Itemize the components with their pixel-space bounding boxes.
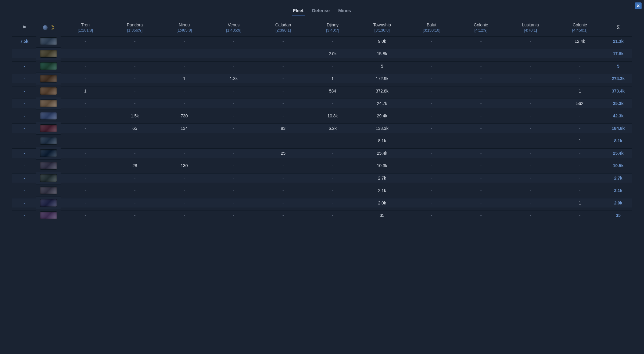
fleet-count: - <box>456 161 506 170</box>
fleet-count: 28 <box>110 161 159 170</box>
ship-thumbnail[interactable] <box>40 37 57 45</box>
fleet-count: - <box>407 198 456 207</box>
fleet-count: 730 <box>159 111 209 120</box>
planet-coord-link[interactable]: [4:12:9] <box>457 28 504 32</box>
planet-coord-link[interactable]: [4:450:1] <box>556 28 603 32</box>
planet-coord-link[interactable]: [1:356:9] <box>111 28 158 32</box>
fleet-count: - <box>456 186 506 195</box>
fleet-count: 15.8k <box>357 49 407 58</box>
ship-thumbnail-cell <box>36 209 61 221</box>
tab-fleet[interactable]: Fleet <box>292 6 305 15</box>
ship-thumbnail[interactable] <box>40 199 57 207</box>
tab-mines[interactable]: Mines <box>337 6 352 15</box>
fleet-count: - <box>407 186 456 195</box>
tab-defense[interactable]: Defense <box>311 6 331 15</box>
planet-name: Colonie <box>556 22 603 27</box>
fleet-count: - <box>259 173 308 183</box>
ship-thumbnail[interactable] <box>40 162 57 170</box>
fleet-count: - <box>110 99 159 108</box>
fleet-count: 134 <box>159 123 209 133</box>
planet-header: Tron[1:281:8] <box>61 20 110 35</box>
fleet-count: - <box>506 111 555 120</box>
fleet-sum: 42.3k <box>605 111 632 120</box>
fleet-count: - <box>259 36 308 46</box>
fleet-count: - <box>506 186 555 195</box>
ship-thumbnail[interactable] <box>40 149 57 157</box>
planet-coord-link[interactable]: [3:130:10] <box>408 28 455 32</box>
fleet-count: - <box>61 198 110 207</box>
fleet-count: - <box>308 186 357 195</box>
ship-thumbnail-cell <box>36 110 61 122</box>
fleet-count: - <box>308 99 357 108</box>
fleet-count: - <box>308 36 357 46</box>
fleet-moving-count: - <box>12 123 36 133</box>
fleet-count: - <box>110 61 159 71</box>
fleet-count: - <box>456 99 506 108</box>
fleet-count: - <box>209 198 259 207</box>
fleet-count: - <box>555 49 605 58</box>
close-button[interactable]: ✕ <box>635 2 642 9</box>
fleet-moving-count: - <box>12 86 36 96</box>
fleet-sum: 2.7k <box>605 173 632 183</box>
fleet-count: - <box>209 36 259 46</box>
ship-thumbnail-cell <box>36 97 61 110</box>
fleet-count: 25.4k <box>357 148 407 158</box>
ship-thumbnail[interactable] <box>40 75 57 83</box>
fleet-count: - <box>407 36 456 46</box>
ship-thumbnail-cell <box>36 72 61 85</box>
planet-coord-link[interactable]: [2:390:1] <box>260 28 307 32</box>
fleet-count: - <box>61 123 110 133</box>
planet-coord-link[interactable]: [1:485:8] <box>161 28 208 32</box>
ship-thumbnail[interactable] <box>40 137 57 145</box>
fleet-count: - <box>259 186 308 195</box>
ship-thumbnail[interactable] <box>40 99 57 107</box>
planet-header: Djinny[3:40:7] <box>308 20 357 35</box>
fleet-count: 372.8k <box>357 86 407 96</box>
ship-thumbnail[interactable] <box>40 62 57 70</box>
ship-thumbnail[interactable] <box>40 174 57 182</box>
header-sum: Σ <box>605 22 632 33</box>
fleet-sum: 10.5k <box>605 161 632 170</box>
fleet-count: - <box>209 211 259 220</box>
fleet-moving-count: - <box>12 61 36 71</box>
fleet-count: - <box>555 161 605 170</box>
fleet-count: - <box>259 74 308 83</box>
fleet-count: - <box>506 211 555 220</box>
fleet-count: - <box>555 123 605 133</box>
fleet-count: - <box>506 86 555 96</box>
fleet-count: - <box>159 186 209 195</box>
planet-coord-link[interactable]: [1:281:8] <box>62 28 109 32</box>
fleet-count: - <box>259 136 308 145</box>
planet-icon <box>43 25 48 30</box>
ship-thumbnail[interactable] <box>40 112 57 120</box>
fleet-count: - <box>61 111 110 120</box>
planet-coord-link[interactable]: [3:40:7] <box>309 28 356 32</box>
fleet-count: 2.0k <box>308 49 357 58</box>
ship-thumbnail[interactable] <box>40 87 57 95</box>
ship-thumbnail[interactable] <box>40 187 57 194</box>
fleet-sum: 2.1k <box>605 186 632 195</box>
planet-coord-link[interactable]: [4:70:1] <box>507 28 554 32</box>
moon-icon: ☽ <box>49 24 54 31</box>
planet-coord-link[interactable]: [3:130:8] <box>359 28 405 32</box>
ship-thumbnail[interactable] <box>40 124 57 132</box>
fleet-count: - <box>259 111 308 120</box>
fleet-count: - <box>308 211 357 220</box>
planet-coord-link[interactable]: [1:485:9] <box>210 28 257 32</box>
fleet-count: 562 <box>555 99 605 108</box>
fleet-count: - <box>407 49 456 58</box>
fleet-count: - <box>110 198 159 207</box>
fleet-count: - <box>506 49 555 58</box>
fleet-count: 130 <box>159 161 209 170</box>
fleet-count: - <box>259 49 308 58</box>
fleet-sum: 2.0k <box>605 198 632 207</box>
fleet-count: - <box>159 61 209 71</box>
ship-thumbnail[interactable] <box>40 50 57 58</box>
fleet-count: 65 <box>110 123 159 133</box>
ship-thumbnail[interactable] <box>40 211 57 219</box>
fleet-sum: 25.4k <box>605 148 632 158</box>
fleet-sum: 35 <box>605 211 632 220</box>
fleet-count: - <box>209 49 259 58</box>
fleet-count: - <box>407 211 456 220</box>
fleet-count: 584 <box>308 86 357 96</box>
